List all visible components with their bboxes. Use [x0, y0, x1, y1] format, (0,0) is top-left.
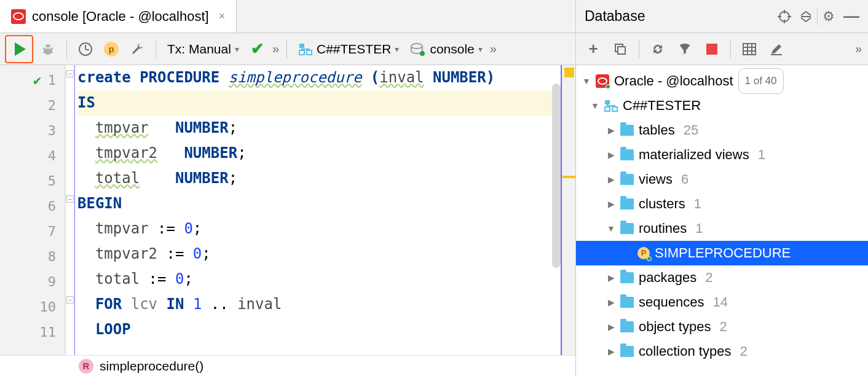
fold-toggle[interactable]: – [66, 70, 74, 77]
editor-tab[interactable]: console [Oracle - @localhost] × [0, 0, 237, 33]
datasource-label: Oracle - @localhost [614, 69, 733, 93]
edit-button[interactable] [765, 38, 787, 60]
database-tree[interactable]: Oracle - @localhost 1 of 40C##TESTERtabl… [576, 65, 868, 376]
folder-label: sequences [639, 290, 704, 315]
gutter-line: 4 [0, 143, 65, 168]
schema-selector[interactable]: C##TESTER ▾ [294, 42, 403, 57]
procedure-button[interactable]: p [100, 38, 122, 60]
expand-arrow-icon[interactable] [607, 192, 615, 216]
folder-count: 2 [719, 315, 727, 339]
svg-rect-2 [307, 50, 312, 55]
code-line[interactable]: total NUMBER; [77, 166, 561, 191]
tree-folder-sequences[interactable]: sequences14 [576, 290, 868, 315]
svg-rect-14 [612, 107, 617, 111]
run-button[interactable] [5, 35, 33, 63]
tree-folder-object-types[interactable]: object types2 [576, 315, 868, 339]
more-button[interactable]: » [855, 42, 862, 56]
code-area[interactable]: create PROCEDURE simpleprocedure (inval … [75, 65, 562, 355]
target-icon[interactable] [778, 10, 791, 23]
marker[interactable] [562, 176, 575, 178]
more-button[interactable]: » [490, 42, 497, 56]
expand-arrow-icon[interactable] [591, 93, 599, 118]
tree-schema[interactable]: C##TESTER [576, 93, 868, 118]
fold-toggle[interactable]: – [66, 296, 74, 304]
folder-label: object types [639, 315, 711, 339]
refresh-button[interactable] [647, 38, 669, 60]
code-line[interactable]: tmpvar := 0; [77, 216, 561, 241]
tree-datasource[interactable]: Oracle - @localhost 1 of 40 [576, 69, 868, 93]
gutter-line: 5 [0, 168, 65, 194]
marker-strip[interactable] [562, 65, 575, 355]
fold-column[interactable]: – – – [65, 65, 75, 355]
folder-icon [620, 149, 634, 160]
expand-arrow-icon[interactable] [607, 118, 615, 143]
folder-count: 2 [705, 265, 712, 290]
fold-toggle[interactable]: – [66, 195, 74, 203]
commit-button[interactable]: ✔ [247, 38, 269, 60]
schema-name: C##TESTER [317, 42, 391, 57]
tree-folder-collection-types[interactable]: collection types2 [576, 339, 868, 364]
session-selector[interactable]: console ▾ [406, 42, 486, 57]
folder-label: materialized views [639, 143, 749, 167]
tree-folder-views[interactable]: views6 [576, 167, 868, 192]
expand-arrow-icon[interactable] [607, 290, 615, 315]
expand-arrow-icon[interactable] [607, 167, 615, 192]
folder-label: clusters [639, 192, 685, 216]
expand-arrow-icon[interactable] [607, 339, 615, 364]
folder-icon [620, 198, 634, 210]
procedure-icon: P [637, 247, 650, 259]
expand-arrow-icon[interactable] [607, 216, 615, 241]
p-icon: p [104, 42, 119, 57]
svg-rect-1 [299, 50, 304, 55]
expand-arrow-icon[interactable] [607, 315, 615, 339]
gutter-line: 9 [0, 269, 65, 294]
code-editor[interactable]: 1✔234567891011 – – – create PROCEDURE si… [0, 65, 575, 355]
filter-button[interactable] [674, 38, 696, 60]
expand-arrow-icon[interactable] [582, 69, 591, 93]
expand-arrow-icon[interactable] [607, 143, 615, 167]
collapse-icon[interactable] [800, 10, 812, 23]
code-line[interactable]: FOR lcv IN 1 .. inval [77, 292, 561, 317]
schema-icon [604, 100, 618, 112]
settings-button[interactable] [126, 38, 148, 60]
stop-icon [706, 44, 717, 55]
code-line[interactable]: LOOP [77, 317, 561, 342]
folder-label: views [639, 167, 673, 192]
folder-label: routines [639, 216, 687, 241]
duplicate-button[interactable] [609, 38, 631, 60]
table-view-button[interactable] [738, 38, 760, 60]
minimize-icon[interactable]: — [843, 7, 859, 26]
stop-button[interactable] [701, 38, 723, 60]
code-line[interactable]: tmpvar2 := 0; [77, 241, 561, 267]
tx-mode-selector[interactable]: Tx: Manual ▾ [164, 42, 243, 57]
tree-folder-routines[interactable]: routines1 [576, 216, 868, 241]
play-icon [15, 42, 26, 56]
code-line[interactable]: tmpvar2 NUMBER; [77, 141, 561, 166]
code-line[interactable]: create PROCEDURE simpleprocedure (inval … [77, 65, 561, 90]
scrollbar-thumb[interactable] [552, 84, 561, 268]
more-actions-button[interactable]: » [272, 42, 279, 56]
code-line[interactable]: tmpvar NUMBER; [77, 116, 561, 141]
debug-button[interactable] [37, 38, 59, 60]
history-button[interactable] [74, 38, 97, 60]
tree-routine[interactable]: PSIMPLEPROCEDURE [576, 241, 868, 265]
tree-folder-packages[interactable]: packages2 [576, 265, 868, 290]
code-line[interactable]: IS [77, 90, 561, 116]
folder-label: tables [639, 118, 675, 143]
code-line[interactable]: BEGIN [77, 191, 561, 216]
gear-icon[interactable]: ⚙ [823, 9, 835, 25]
tree-folder-clusters[interactable]: clusters1 [576, 192, 868, 216]
folder-count: 1 [694, 192, 701, 216]
code-line[interactable]: total := 0; [77, 267, 561, 292]
tree-folder-materialized-views[interactable]: materialized views1 [576, 143, 868, 167]
gutter-line: 2 [0, 93, 65, 118]
chevron-down-icon: ▾ [478, 44, 483, 54]
add-datasource-button[interactable]: + [582, 38, 604, 60]
console-icon [410, 42, 426, 56]
tree-folder-tables[interactable]: tables25 [576, 118, 868, 143]
folder-icon [620, 272, 634, 283]
expand-arrow-icon[interactable] [607, 265, 615, 290]
folder-icon [620, 223, 634, 234]
breadcrumb-item[interactable]: simpleprocedure() [100, 359, 203, 374]
close-tab-icon[interactable]: × [219, 10, 226, 23]
